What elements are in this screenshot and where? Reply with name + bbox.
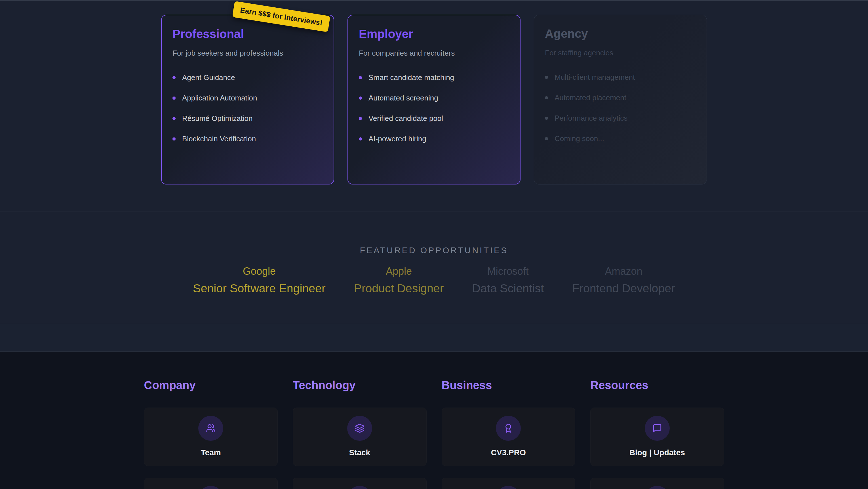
footer-column-technology: Technology Stack [293, 379, 427, 489]
featured-jobs-carousel: Google Senior Software Engineer Apple Pr… [0, 265, 868, 295]
feature-label: Blockchain Verification [182, 135, 256, 143]
feature-item: Performance analytics [545, 108, 696, 128]
feature-item: Résumé Optimization [173, 108, 323, 128]
job-company: Apple [354, 265, 444, 277]
plan-features-agency: Multi-client management Automated placem… [545, 67, 696, 149]
footer-heading-technology: Technology [293, 379, 427, 392]
feature-label: Agent Guidance [182, 73, 235, 82]
featured-opportunities-section: FEATURED OPPORTUNITIES Google Senior Sof… [0, 211, 868, 324]
job-company: Amazon [572, 265, 675, 277]
footer-grid: Company Team Technology Stack [144, 352, 724, 489]
plan-card-professional[interactable]: Earn $$$ for Interviews! Professional Fo… [161, 15, 334, 184]
award-icon [496, 416, 521, 441]
footer-card-partial-icon [347, 486, 372, 489]
spacer-band [0, 324, 868, 352]
feature-item: Smart candidate matching [359, 67, 509, 88]
feature-item: Automated placement [545, 87, 696, 108]
footer-card-partial[interactable] [293, 478, 427, 489]
plan-features-professional: Agent Guidance Application Automation Ré… [173, 67, 323, 149]
footer-card-partial[interactable] [442, 478, 576, 489]
feature-label: Verified candidate pool [369, 114, 443, 123]
feature-label: Performance analytics [555, 114, 627, 123]
feature-item: Automated screening [359, 88, 509, 108]
job-role: Frontend Developer [572, 282, 675, 295]
plan-title-professional: Professional [173, 27, 323, 41]
footer-column-resources: Resources Blog | Updates [590, 379, 724, 489]
footer-heading-resources: Resources [590, 379, 724, 392]
feature-item: AI-powered hiring [359, 128, 509, 149]
footer-column-company: Company Team [144, 379, 278, 489]
plan-features-employer: Smart candidate matching Automated scree… [359, 67, 509, 149]
plan-title-agency: Agency [545, 27, 696, 40]
footer-card-label: CV3.PRO [491, 448, 526, 457]
feature-item: Coming soon... [545, 128, 696, 149]
bullet-dot-icon [545, 96, 548, 99]
feature-label: Coming soon... [555, 134, 604, 143]
plan-card-agency-disabled: Agency For staffing agencies Multi-clien… [534, 15, 707, 184]
featured-job-amazon[interactable]: Amazon Frontend Developer [572, 265, 675, 295]
feature-label: Résumé Optimization [182, 114, 253, 123]
featured-job-microsoft[interactable]: Microsoft Data Scientist [472, 265, 544, 295]
plan-card-employer[interactable]: Employer For companies and recruiters Sm… [347, 15, 521, 184]
job-role: Data Scientist [472, 282, 544, 295]
footer-heading-company: Company [144, 379, 278, 392]
featured-heading: FEATURED OPPORTUNITIES [0, 211, 868, 255]
bullet-dot-icon [545, 76, 548, 79]
job-company: Google [193, 265, 326, 277]
feature-label: AI-powered hiring [369, 135, 426, 143]
bullet-dot-icon [173, 137, 176, 141]
footer-card-label: Blog | Updates [629, 448, 685, 457]
plan-subtitle-professional: For job seekers and professionals [173, 49, 323, 58]
plans-section: Earn $$$ for Interviews! Professional Fo… [0, 1, 868, 211]
feature-label: Multi-client management [555, 73, 635, 82]
feature-item: Verified candidate pool [359, 108, 509, 128]
page: Earn $$$ for Interviews! Professional Fo… [0, 0, 868, 489]
bullet-dot-icon [359, 96, 362, 99]
footer-card-label: Stack [349, 448, 370, 457]
bullet-dot-icon [545, 117, 548, 120]
feature-item: Agent Guidance [173, 67, 323, 88]
featured-job-google[interactable]: Google Senior Software Engineer [193, 265, 326, 295]
bullet-dot-icon [359, 117, 362, 120]
plan-subtitle-employer: For companies and recruiters [359, 49, 509, 58]
message-square-icon [645, 416, 670, 441]
footer-card-partial-icon [198, 486, 223, 489]
feature-item: Application Automation [173, 88, 323, 108]
footer-card-partial[interactable] [144, 478, 278, 489]
footer-card-stack[interactable]: Stack [293, 407, 427, 466]
site-footer: Company Team Technology Stack [0, 352, 868, 489]
plan-subtitle-agency: For staffing agencies [545, 49, 696, 57]
feature-label: Automated placement [555, 93, 626, 102]
job-company: Microsoft [472, 265, 544, 277]
footer-card-partial[interactable] [590, 478, 724, 489]
footer-column-business: Business CV3.PRO [442, 379, 576, 489]
feature-label: Application Automation [182, 94, 257, 103]
bullet-dot-icon [359, 76, 362, 79]
footer-card-label: Team [201, 448, 221, 457]
footer-card-team[interactable]: Team [144, 407, 278, 466]
feature-item: Blockchain Verification [173, 128, 323, 149]
bullet-dot-icon [545, 137, 548, 140]
bullet-dot-icon [173, 76, 176, 79]
feature-label: Automated screening [369, 94, 438, 103]
plan-title-employer: Employer [359, 27, 509, 41]
plans-row: Earn $$$ for Interviews! Professional Fo… [0, 1, 868, 184]
bullet-dot-icon [173, 117, 176, 120]
job-role: Senior Software Engineer [193, 282, 326, 295]
footer-card-partial-icon [645, 486, 670, 489]
job-role: Product Designer [354, 282, 444, 295]
footer-card-cv3pro[interactable]: CV3.PRO [442, 407, 576, 466]
bullet-dot-icon [173, 96, 176, 99]
layers-icon [347, 416, 372, 441]
feature-item: Multi-client management [545, 67, 696, 87]
footer-heading-business: Business [442, 379, 576, 392]
bullet-dot-icon [359, 137, 362, 141]
feature-label: Smart candidate matching [369, 73, 454, 82]
featured-job-apple[interactable]: Apple Product Designer [354, 265, 444, 295]
users-icon [198, 416, 223, 441]
footer-card-blog-updates[interactable]: Blog | Updates [590, 407, 724, 466]
footer-card-partial-icon [496, 486, 521, 489]
